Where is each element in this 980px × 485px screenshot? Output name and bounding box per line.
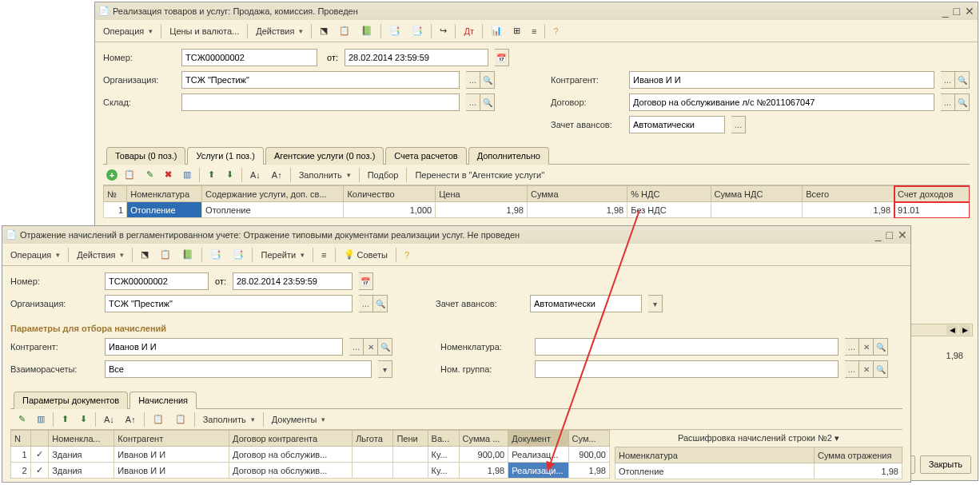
tb2-icon-3[interactable]: 📗 xyxy=(177,247,198,262)
copy2-button[interactable]: 📋 xyxy=(148,411,169,427)
number-input[interactable]: ТСЖ00000002 xyxy=(181,49,317,66)
date-input[interactable]: 28.02.2014 23:59:59 xyxy=(345,49,488,66)
tab-docparams[interactable]: Параметры документов xyxy=(14,392,128,409)
ka-clear-2[interactable]: ✕ xyxy=(364,338,378,356)
close-button-2[interactable]: ✕ xyxy=(898,229,907,241)
edit2-button[interactable]: ✎ xyxy=(14,411,30,427)
vzaim-input[interactable]: Все xyxy=(105,360,372,378)
delete-row-button[interactable]: ✖ xyxy=(160,167,177,182)
sort-asc-button[interactable]: A↓ xyxy=(245,168,265,182)
tab-accounts[interactable]: Счета расчетов xyxy=(385,147,466,165)
services-grid[interactable]: № Номенклатура Содержание услуги, доп. с… xyxy=(103,185,970,218)
transfer-button[interactable]: Перенести в "Агентские услуги" xyxy=(410,168,549,182)
close-button[interactable]: ✕ xyxy=(965,6,974,17)
wh-search-button[interactable]: 🔍 xyxy=(480,93,495,111)
za-select-button[interactable]: … xyxy=(731,116,746,133)
maximize-button[interactable]: □ xyxy=(954,6,960,17)
ka-select-2[interactable]: … xyxy=(349,338,364,356)
zachet-dd-2[interactable]: ▾ xyxy=(648,295,663,312)
kontragent-input[interactable]: Иванов И И xyxy=(629,71,934,89)
paste2-button[interactable]: 📋 xyxy=(170,411,191,427)
close-button-main[interactable]: Закрыть xyxy=(920,455,971,474)
tab-goods[interactable]: Товары (0 поз.) xyxy=(106,147,185,165)
minimize-button[interactable]: _ xyxy=(942,6,949,17)
tb-icon-8[interactable]: 📊 xyxy=(486,23,507,38)
maximize-button-2[interactable]: □ xyxy=(886,229,893,241)
advice-button[interactable]: 💡 Советы xyxy=(339,247,392,262)
accrual-row-1[interactable]: 1 ✓ Здания Иванов И И Договор на обслужи… xyxy=(11,447,610,463)
move-down-button[interactable]: ⬇ xyxy=(221,167,238,182)
title-bar-2[interactable]: 📄 Отражение начислений в регламентирован… xyxy=(2,226,910,244)
actions-menu[interactable]: Действия xyxy=(251,24,308,38)
down2-button[interactable]: ⬇ xyxy=(75,411,92,427)
ka-search-2[interactable]: 🔍 xyxy=(378,338,392,356)
save2-button[interactable]: ▥ xyxy=(32,411,50,427)
add-row-button[interactable]: + xyxy=(106,169,118,181)
prices-button[interactable]: Цены и валюта... xyxy=(165,24,244,38)
sort2-desc[interactable]: A↑ xyxy=(121,412,141,427)
tab-services[interactable]: Услуги (1 поз.) xyxy=(187,147,263,165)
org-select-button[interactable]: … xyxy=(466,71,480,89)
tb-icon-7[interactable]: Дт xyxy=(459,24,479,38)
operation-menu-2[interactable]: Операция xyxy=(6,248,65,262)
calendar-button[interactable]: 📅 xyxy=(495,49,509,66)
ka-select-button[interactable]: … xyxy=(941,71,955,89)
nomgrp-search[interactable]: 🔍 xyxy=(874,360,888,378)
nom-select-2[interactable]: … xyxy=(845,338,859,356)
tab-accruals[interactable]: Начисления xyxy=(129,392,197,409)
operation-menu[interactable]: Операция xyxy=(98,24,157,38)
actions-menu-2[interactable]: Действия xyxy=(72,248,129,262)
dg-search-button[interactable]: 🔍 xyxy=(955,93,970,111)
org-input-2[interactable]: ТСЖ "Престиж" xyxy=(105,295,353,312)
minimize-button-2[interactable]: _ xyxy=(875,229,882,241)
help-icon-2[interactable]: ? xyxy=(400,248,414,262)
tab-extra[interactable]: Дополнительно xyxy=(468,147,549,165)
scroll-left-button[interactable]: ◀ xyxy=(946,325,958,335)
move-up-button[interactable]: ⬆ xyxy=(203,167,220,182)
save-row-button[interactable]: ▥ xyxy=(178,167,196,182)
tb-icon-4[interactable]: 📑 xyxy=(384,23,405,38)
fill2-menu[interactable]: Заполнить xyxy=(198,412,260,427)
warehouse-input[interactable] xyxy=(181,93,460,111)
podbor-button[interactable]: Подбор xyxy=(363,168,404,182)
kontragent-input-2[interactable]: Иванов И И xyxy=(105,338,343,356)
nom-input-2[interactable] xyxy=(535,338,839,356)
tb2-icon-6[interactable]: ≡ xyxy=(317,248,331,262)
tb-icon-1[interactable]: ⬔ xyxy=(315,23,333,38)
calendar-button-2[interactable]: 📅 xyxy=(359,272,373,290)
edit-row-button[interactable]: ✎ xyxy=(141,167,158,182)
docs2-menu[interactable]: Документы xyxy=(267,412,331,427)
ka-search-button[interactable]: 🔍 xyxy=(955,71,970,89)
tb2-icon-2[interactable]: 📋 xyxy=(155,247,176,262)
title-bar-1[interactable]: 📄 Реализация товаров и услуг: Продажа, к… xyxy=(95,2,978,20)
sort-desc-button[interactable]: A↑ xyxy=(267,168,287,182)
number-input-2[interactable]: ТСЖ00000002 xyxy=(105,272,209,290)
tb-icon-2[interactable]: 📋 xyxy=(334,23,355,38)
accrual-row-2[interactable]: 2 ✓ Здания Иванов И И Договор на обслужи… xyxy=(11,463,610,479)
accruals-grid[interactable]: N Номенкла... Контрагент Договор контраг… xyxy=(10,430,610,479)
goto-menu[interactable]: Перейти xyxy=(256,248,309,262)
sort2-asc[interactable]: A↓ xyxy=(99,412,119,427)
org-input[interactable]: ТСЖ "Престиж" xyxy=(181,71,460,89)
nomgrp-select[interactable]: … xyxy=(845,360,859,378)
detail-grid[interactable]: Номенклатура Сумма отражения Отопление 1… xyxy=(615,447,902,479)
dogovor-input[interactable]: Договор на обслуживание л/с №2011067047 xyxy=(629,93,934,111)
cell-doc-selected[interactable]: Реализаци... xyxy=(508,463,568,479)
detail-row-1[interactable]: Отопление 1,98 xyxy=(615,463,902,479)
dg-select-button[interactable]: … xyxy=(941,93,955,111)
zachet-input[interactable]: Автоматически xyxy=(629,116,725,133)
zachet-input-2[interactable]: Автоматически xyxy=(530,295,642,312)
tb2-icon-4[interactable]: 📑 xyxy=(205,247,226,262)
scroll-right-button[interactable]: ▶ xyxy=(959,325,970,335)
copy-row-button[interactable]: 📋 xyxy=(119,167,140,182)
wh-select-button[interactable]: … xyxy=(466,93,480,111)
help-icon[interactable]: ? xyxy=(548,24,563,38)
tb-icon-3[interactable]: 📗 xyxy=(357,23,377,38)
nom-clear-2[interactable]: ✕ xyxy=(859,338,874,356)
fill-menu[interactable]: Заполнить xyxy=(294,168,356,182)
tb-icon-9[interactable]: ⊞ xyxy=(508,23,525,38)
tb2-icon-1[interactable]: ⬔ xyxy=(136,247,153,262)
grid-row-1[interactable]: 1 Отопление Отопление 1,000 1,98 1,98 Бе… xyxy=(104,202,970,218)
up2-button[interactable]: ⬆ xyxy=(57,411,74,427)
date-input-2[interactable]: 28.02.2014 23:59:59 xyxy=(233,272,353,290)
